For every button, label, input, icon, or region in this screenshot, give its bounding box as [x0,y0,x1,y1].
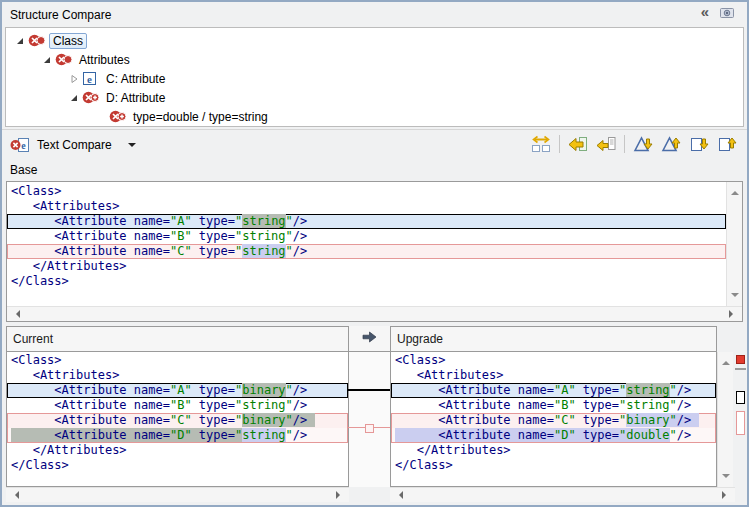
compare-toolbar [527,133,741,155]
gutter-header [349,326,390,352]
conflict-add-icon [82,90,103,105]
code-line[interactable]: </Attributes> [7,443,348,458]
code-line[interactable]: </Class> [7,274,726,289]
code-line[interactable]: <Attributes> [7,199,726,214]
code-line[interactable]: <Attribute name="C" type="string"/> [7,244,726,259]
merge-direction-arrow-icon [362,331,377,346]
tree-expanded-arrow-icon[interactable] [12,36,28,46]
structure-compare-header: Structure Compare « [2,2,747,27]
code-line[interactable]: <Attribute name="B" type="string"/> [7,398,348,413]
base-horizontal-scrollbar[interactable] [7,306,742,321]
tree-item[interactable]: D: Attribute [6,88,743,107]
base-code-area[interactable]: <Class> <Attributes> <Attribute name="A"… [7,182,726,306]
code-line[interactable]: </Class> [7,458,348,473]
text-compare-header: e Text Compare [2,129,747,159]
current-pane-header: Current [7,327,348,352]
upgrade-pane-header: Upgrade [391,327,716,352]
code-line[interactable]: </Attributes> [391,443,716,458]
panel-menu-button[interactable] [719,6,735,19]
upgrade-vertical-scrollbar[interactable] [717,352,733,487]
code-line[interactable]: <Attribute name="B" type="string"/> [391,398,716,413]
conflict-icon [55,52,76,67]
conflict-add-icon [109,109,130,124]
current-diff-marker[interactable] [736,391,745,404]
tree-item-label: D: Attribute [103,91,168,105]
scroll-down-button[interactable] [731,293,739,301]
scroll-right-button[interactable] [722,491,730,499]
code-line[interactable]: <Attribute name="A" type="string"/> [391,383,716,398]
ruler-separator [735,368,746,370]
upgrade-pane: Upgrade <Class> <Attributes> <Attribute … [390,326,717,487]
tree-item-label: type=double / type=string [130,110,271,124]
scroll-left-button[interactable] [11,491,19,499]
code-line[interactable]: <Attribute name="C" type="binary"/> [391,413,716,428]
tree-expanded-arrow-icon[interactable] [66,93,82,103]
tree-expanded-arrow-icon[interactable] [39,55,55,65]
code-line[interactable]: <Class> [7,353,348,368]
diff-gutter [349,326,390,487]
tree-item-label: C: Attribute [103,72,168,86]
scroll-left-button[interactable] [395,491,403,499]
code-line[interactable]: <Attribute name="A" type="binary"/> [7,383,348,398]
tree-item[interactable]: type=double / type=string [6,107,743,126]
code-line[interactable]: <Class> [7,184,726,199]
code-line[interactable]: <Attribute name="C" type="binary"/> [7,413,348,428]
code-line[interactable]: <Attribute name="B" type="string"/> [7,229,726,244]
next-difference-button[interactable] [630,133,656,155]
tree-item[interactable]: Attributes [6,50,743,69]
text-compare-title: Text Compare [37,138,112,152]
compare-window: Structure Compare « ClassAttributeseC: A… [0,0,749,507]
code-line[interactable]: <Attribute name="A" type="string"/> [7,214,726,229]
copy-change-right-to-left-button[interactable] [593,133,619,155]
code-line[interactable]: <Attribute name="D" type="string"/> [7,428,348,443]
current-code-area[interactable]: <Class> <Attributes> <Attribute name="A"… [7,352,348,486]
text-compare-icon: e [10,137,30,153]
tree-item-label: Attributes [76,53,133,67]
code-line[interactable]: </Attributes> [7,259,726,274]
structure-compare-title: Structure Compare [10,8,111,22]
tree-collapsed-arrow-icon[interactable] [66,74,82,84]
code-line[interactable]: <Attributes> [391,368,716,383]
view-menu-dropdown-icon[interactable] [128,143,136,151]
svg-text:e: e [87,73,92,85]
current-horizontal-scrollbar[interactable] [6,487,349,502]
code-line[interactable]: <Attributes> [7,368,348,383]
code-line[interactable]: <Attribute name="D" type="double"/> [391,428,716,443]
upgrade-horizontal-scrollbar[interactable] [390,487,735,502]
conflict-icon [28,33,49,48]
scroll-up-button[interactable] [722,357,730,365]
conflict-summary-marker[interactable] [736,355,745,364]
current-pane: Current <Class> <Attributes> <Attribute … [6,326,349,487]
next-change-button[interactable] [686,133,712,155]
svg-text:e: e [21,139,26,150]
current-pane-title: Current [13,332,53,346]
base-pane: <Class> <Attributes> <Attribute name="A"… [6,181,743,322]
scroll-left-button[interactable] [12,310,20,318]
code-line[interactable]: </Class> [391,458,716,473]
collapse-chevrons-button[interactable]: « [701,5,709,19]
toolbar-separator [559,135,560,153]
scroll-down-button[interactable] [722,474,730,482]
previous-change-button[interactable] [714,133,740,155]
structure-tree[interactable]: ClassAttributeseC: AttributeD: Attribute… [5,27,744,127]
overview-ruler[interactable] [735,352,747,487]
code-line[interactable]: <Class> [391,353,716,368]
upgrade-code-area[interactable]: <Class> <Attributes> <Attribute name="A"… [391,352,716,486]
tree-item[interactable]: eC: Attribute [6,69,743,88]
conflict-diff-handle [365,424,374,433]
toolbar-separator [624,135,625,153]
switch-left-right-button[interactable] [528,133,554,155]
conflict-range-marker[interactable] [736,411,745,435]
base-pane-title: Base [10,163,37,177]
upgrade-pane-title: Upgrade [397,332,443,346]
scroll-right-button[interactable] [729,310,737,318]
base-vertical-scrollbar[interactable] [726,182,742,306]
tree-item[interactable]: Class [6,31,743,50]
previous-difference-button[interactable] [658,133,684,155]
scroll-up-button[interactable] [731,187,739,195]
selected-diff-connector [348,389,391,391]
element-icon: e [82,71,103,86]
copy-all-right-to-left-button[interactable] [565,133,591,155]
scroll-right-button[interactable] [336,491,344,499]
tree-item-label: Class [49,33,87,49]
